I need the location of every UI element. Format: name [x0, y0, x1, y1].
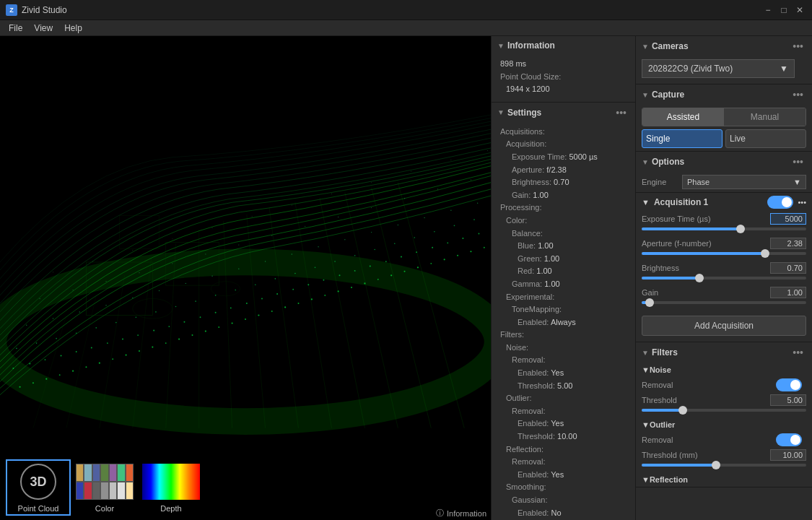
svg-point-42 — [364, 282, 365, 284]
svg-point-99 — [334, 261, 336, 262]
svg-point-118 — [318, 246, 318, 247]
svg-point-21 — [85, 366, 87, 368]
options-header[interactable]: ▼ Options ••• — [636, 152, 812, 172]
svg-point-30 — [205, 330, 206, 332]
svg-point-149 — [450, 160, 451, 160]
outlier-threshold-slider[interactable] — [642, 464, 806, 467]
brightness-thumb[interactable] — [695, 274, 704, 282]
thumbnail-point-cloud[interactable]: 3D Point Cloud — [6, 459, 71, 516]
info-status-bar[interactable]: ⓘ Information — [432, 506, 491, 520]
svg-point-33 — [245, 318, 246, 320]
svg-point-74 — [354, 270, 356, 272]
gain-thumb[interactable] — [645, 298, 654, 307]
svg-point-108 — [53, 318, 53, 318]
filters-header[interactable]: ▼ Filters ••• — [636, 342, 812, 363]
noise-title: Noise — [650, 365, 806, 374]
gain-value[interactable]: 1.00 — [770, 287, 806, 298]
info-chevron: ▼ — [497, 42, 505, 50]
exposure-time-slider[interactable] — [642, 228, 806, 230]
viewport: 3D Point Cloud Color Depth — [0, 36, 491, 520]
aperture-slider[interactable] — [642, 252, 806, 255]
thumbnail-depth[interactable]: Depth — [139, 459, 204, 516]
capture-section: ▼ Capture ••• Assisted Manual Single Liv… — [636, 84, 812, 152]
gain-row: Gain 1.00 — [636, 285, 812, 310]
outlier-threshold-thumb[interactable] — [712, 461, 720, 469]
minimize-button[interactable]: − — [761, 4, 774, 17]
camera-select[interactable]: 202822C9 (Zivid Two) ▼ — [642, 59, 795, 78]
noise-removal-label: Removal — [642, 381, 673, 389]
options-content: Engine Phase ▼ — [636, 172, 812, 192]
exposure-time-thumb[interactable] — [736, 225, 745, 233]
svg-point-143 — [212, 228, 213, 228]
acquisition-toggle[interactable] — [767, 196, 793, 209]
maximize-button[interactable]: □ — [777, 4, 790, 17]
svg-point-73 — [339, 274, 340, 276]
aperture-value[interactable]: 2.38 — [770, 238, 806, 249]
thumbnail-color[interactable]: Color — [72, 459, 137, 516]
depth-gradient-img — [142, 464, 200, 500]
reflection-sub-header[interactable]: ▼ Reflection — [636, 472, 812, 487]
svg-point-133 — [305, 226, 305, 227]
svg-point-80 — [447, 242, 448, 243]
assisted-mode-btn[interactable]: Assisted — [642, 108, 724, 126]
manual-mode-btn[interactable]: Manual — [724, 108, 806, 126]
menu-file[interactable]: File — [3, 20, 28, 36]
noise-threshold-slider[interactable] — [642, 409, 806, 412]
outlier-removal-toggle[interactable] — [776, 433, 802, 446]
options-title: Options — [652, 157, 790, 167]
svg-point-77 — [401, 256, 402, 258]
capture-more-btn[interactable]: ••• — [790, 89, 806, 100]
svg-point-107 — [26, 325, 27, 326]
outlier-threshold-value[interactable]: 10.00 — [770, 449, 806, 461]
single-capture-btn[interactable]: Single — [642, 129, 722, 148]
noise-threshold-value[interactable]: 5.00 — [770, 394, 806, 406]
svg-point-122 — [424, 217, 424, 218]
close-button[interactable]: ✕ — [793, 4, 806, 17]
svg-point-89 — [136, 316, 137, 318]
svg-point-61 — [153, 330, 154, 332]
info-section-header[interactable]: ▼ Information — [492, 36, 635, 55]
live-capture-btn[interactable]: Live — [725, 129, 806, 148]
svg-point-62 — [168, 326, 170, 327]
gain-slider[interactable] — [642, 301, 806, 304]
svg-point-117 — [292, 254, 292, 254]
svg-point-124 — [477, 202, 478, 203]
svg-point-135 — [371, 207, 372, 208]
settings-more-btn[interactable]: ••• — [613, 107, 629, 118]
menu-view[interactable]: View — [28, 20, 58, 36]
options-more-btn[interactable]: ••• — [790, 156, 806, 168]
brightness-slider[interactable] — [642, 277, 806, 280]
svg-point-31 — [218, 326, 219, 328]
svg-point-60 — [137, 334, 139, 336]
3d-icon: 3D — [20, 464, 56, 500]
settings-section-header[interactable]: ▼ Settings ••• — [492, 103, 635, 123]
svg-point-110 — [105, 305, 106, 306]
exposure-time-value[interactable]: 5000 — [770, 213, 806, 225]
add-acquisition-btn[interactable]: Add Acquisition — [642, 316, 806, 336]
engine-select[interactable]: Phase ▼ — [682, 175, 806, 189]
filters-more-btn[interactable]: ••• — [790, 347, 806, 358]
brightness-value[interactable]: 0.70 — [770, 262, 806, 274]
outlier-sub-header: ▼ Outlier — [636, 417, 812, 432]
noise-removal-toggle[interactable] — [776, 378, 802, 391]
svg-point-46 — [417, 266, 419, 268]
aperture-thumb[interactable] — [761, 249, 769, 258]
capture-header[interactable]: ▼ Capture ••• — [636, 84, 812, 105]
svg-point-35 — [271, 311, 273, 312]
cameras-more-btn[interactable]: ••• — [790, 40, 806, 52]
point-cloud-canvas[interactable] — [0, 36, 491, 455]
svg-point-95 — [255, 284, 256, 285]
noise-chevron: ▼ — [642, 365, 650, 374]
svg-point-25 — [139, 350, 140, 352]
acquisition-chevron[interactable]: ▼ — [642, 198, 650, 207]
svg-point-69 — [276, 293, 278, 295]
cameras-header[interactable]: ▼ Cameras ••• — [636, 36, 812, 56]
exposure-time-fill — [642, 228, 741, 230]
settings-section-title: Settings — [507, 108, 613, 118]
svg-point-83 — [16, 348, 17, 350]
svg-point-45 — [404, 271, 406, 272]
outlier-threshold-label-row: Threshold (mm) 10.00 — [642, 449, 806, 461]
menu-help[interactable]: Help — [58, 20, 88, 36]
acquisition-more-btn[interactable]: ••• — [798, 198, 806, 207]
noise-threshold-thumb[interactable] — [678, 406, 687, 415]
